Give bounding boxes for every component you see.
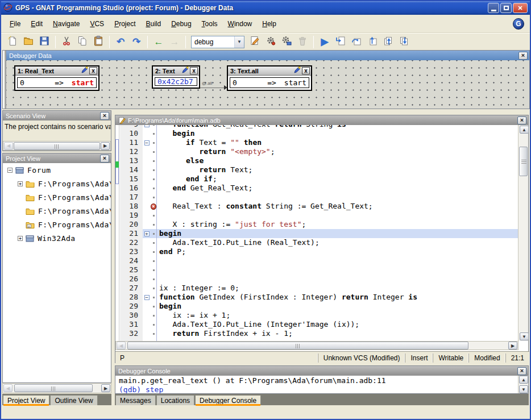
- fold-expand-icon[interactable]: +: [143, 229, 151, 238]
- step-out-button[interactable]: [365, 35, 380, 49]
- close-button[interactable]: ✕: [513, 3, 528, 13]
- code-text[interactable]: return Text;: [156, 165, 518, 174]
- speed-column[interactable]: [115, 125, 119, 341]
- project-view-close-icon[interactable]: ×: [100, 155, 109, 163]
- scroll-left-icon[interactable]: ◀: [3, 384, 13, 392]
- tree-item-f-programs-ada-f[interactable]: F:\Programs\Ada\f: [3, 204, 111, 218]
- code-text[interactable]: return FirstIndex + ix - 1;: [156, 329, 518, 338]
- display-expression-icon[interactable]: [81, 66, 88, 76]
- edit-project-button[interactable]: [247, 35, 262, 49]
- editor-titlebar[interactable]: F:\Programs\Ada\forum\main.adb ×: [115, 115, 528, 125]
- expand-icon[interactable]: +: [18, 236, 23, 241]
- debugger-data-canvas[interactable]: 1: Real_Text x 0 => start 2: Text x: [6, 60, 529, 109]
- project-view-titlebar[interactable]: Project View ×: [3, 153, 111, 163]
- minimize-button[interactable]: [488, 3, 499, 13]
- watch-box-text-all[interactable]: 3: Text.all x 0 => start: [227, 65, 312, 91]
- code-text[interactable]: begin: [156, 302, 518, 311]
- debugger-data-close-icon[interactable]: ×: [518, 52, 528, 60]
- watch-box-header[interactable]: 2: Text x: [153, 66, 199, 76]
- tab-outline-view[interactable]: Outline View: [50, 395, 97, 405]
- scroll-up-icon[interactable]: ▲: [520, 126, 529, 134]
- code-text[interactable]: if Text = "" then: [156, 138, 518, 147]
- breakpoint-icon[interactable]: ×: [151, 202, 156, 211]
- save-button[interactable]: [37, 35, 52, 49]
- tree-item-f-programs-ada-f[interactable]: +F:\Programs\Ada\f: [3, 177, 111, 190]
- code-text[interactable]: [156, 265, 518, 275]
- debugger-data-titlebar[interactable]: Debugger Data ×: [6, 51, 529, 60]
- step-over-button[interactable]: [349, 35, 364, 49]
- collapse-icon[interactable]: −: [7, 168, 13, 173]
- editor-close-icon[interactable]: ×: [517, 117, 526, 124]
- scroll-up-icon[interactable]: ▲: [519, 376, 528, 384]
- build-mode-combo[interactable]: debug▼: [191, 36, 244, 48]
- menu-project[interactable]: Project: [109, 18, 140, 30]
- code-text[interactable]: X : string := "just for test";: [156, 220, 518, 229]
- code-text[interactable]: function Get_Real_Text return String is: [156, 125, 518, 129]
- cut-button[interactable]: [59, 35, 74, 49]
- window-titlebar[interactable]: GPS - GNAT Programming Studio (project: …: [1, 1, 530, 15]
- code-text[interactable]: return "<empty>";: [156, 147, 518, 156]
- fold-collapse-icon[interactable]: −: [143, 138, 151, 147]
- code-text[interactable]: Ada.Text_IO.Put_Line (Real_Text);: [156, 238, 518, 247]
- undo-button[interactable]: ↶: [113, 35, 128, 49]
- copy-button[interactable]: [75, 35, 90, 49]
- open-file-button[interactable]: [21, 35, 36, 49]
- code-text[interactable]: [156, 275, 518, 284]
- fold-collapse-icon[interactable]: −: [143, 125, 151, 129]
- code-text[interactable]: else: [156, 156, 518, 165]
- step-into-button[interactable]: [333, 35, 348, 49]
- chevron-down-icon[interactable]: ▼: [234, 36, 244, 48]
- watch-box-close-icon[interactable]: x: [190, 67, 198, 74]
- scroll-thumb[interactable]: [14, 142, 100, 150]
- menu-debug[interactable]: Debug: [166, 18, 196, 30]
- expand-icon[interactable]: +: [18, 181, 23, 186]
- tab-project-view[interactable]: Project View: [3, 395, 49, 405]
- go-back-button[interactable]: ←: [151, 35, 166, 49]
- editor-hscrollbar[interactable]: ◀ ▶: [115, 341, 518, 350]
- frame-down-button[interactable]: [397, 35, 412, 49]
- project-view-hscrollbar[interactable]: ◀ ▶: [2, 383, 111, 393]
- menu-tools[interactable]: Tools: [197, 18, 223, 30]
- scroll-down-icon[interactable]: ▼: [520, 332, 529, 340]
- scroll-right-icon[interactable]: ▶: [101, 142, 110, 150]
- paste-button[interactable]: [91, 35, 106, 49]
- code-text[interactable]: ix := ix + 1;: [156, 311, 518, 320]
- maximize-button[interactable]: [500, 3, 512, 13]
- code-text[interactable]: [156, 211, 518, 220]
- watch-box-header[interactable]: 3: Text.all x: [228, 66, 311, 76]
- scenario-view-close-icon[interactable]: ×: [100, 112, 109, 120]
- code-text[interactable]: [156, 256, 518, 265]
- console-vscrollbar[interactable]: ▲ ▼: [518, 376, 528, 393]
- scroll-right-icon[interactable]: ▶: [508, 342, 517, 350]
- menu-help[interactable]: Help: [257, 18, 281, 30]
- redo-button[interactable]: ↷: [129, 35, 144, 49]
- fold-collapse-icon[interactable]: −: [143, 293, 151, 302]
- scroll-thumb[interactable]: [519, 147, 528, 176]
- tree-item-f-programs-ada-f[interactable]: oF:\Programs\Ada\f: [3, 218, 111, 231]
- frame-up-button[interactable]: [381, 35, 396, 49]
- scroll-down-icon[interactable]: ▼: [519, 385, 528, 393]
- user-account-badge[interactable]: G: [513, 18, 524, 30]
- code-text[interactable]: function GetIndex (FirstIndex : Integer)…: [156, 293, 518, 302]
- scenario-view-titlebar[interactable]: Scenario View ×: [3, 111, 111, 120]
- build-all-button[interactable]: [279, 35, 294, 49]
- new-file-button[interactable]: [5, 35, 20, 49]
- menu-edit[interactable]: Edit: [26, 18, 48, 30]
- scroll-left-icon[interactable]: ◀: [117, 342, 126, 350]
- menu-window[interactable]: Window: [223, 18, 258, 30]
- code-text[interactable]: begin: [156, 229, 518, 238]
- editor-vscrollbar[interactable]: ▲ ▼: [518, 125, 528, 341]
- code-text[interactable]: [156, 193, 518, 202]
- watch-box-close-icon[interactable]: x: [89, 67, 97, 74]
- code-text[interactable]: end Get_Real_Text;: [156, 184, 518, 193]
- scroll-left-icon[interactable]: ◀: [4, 142, 13, 150]
- code-area[interactable]: 9− function Get_Real_Text return String …: [115, 125, 518, 341]
- display-expression-icon[interactable]: [293, 66, 301, 76]
- watch-box-header[interactable]: 1: Real_Text x: [15, 66, 98, 76]
- watch-box-real-text[interactable]: 1: Real_Text x 0 => start: [14, 65, 99, 91]
- menu-file[interactable]: File: [5, 18, 26, 30]
- code-text[interactable]: end if;: [156, 174, 518, 184]
- build-mode-value[interactable]: debug: [192, 38, 234, 46]
- clean-button[interactable]: [295, 35, 310, 49]
- code-text[interactable]: Ada.Text_IO.Put_Line (Integer'Image (ix)…: [156, 320, 518, 329]
